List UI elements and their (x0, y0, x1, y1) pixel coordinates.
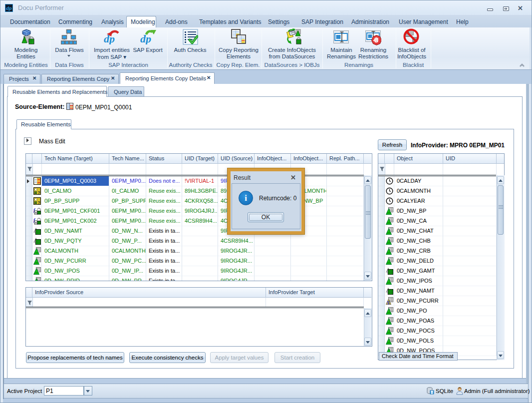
svg-text:dp: dp (6, 5, 12, 11)
